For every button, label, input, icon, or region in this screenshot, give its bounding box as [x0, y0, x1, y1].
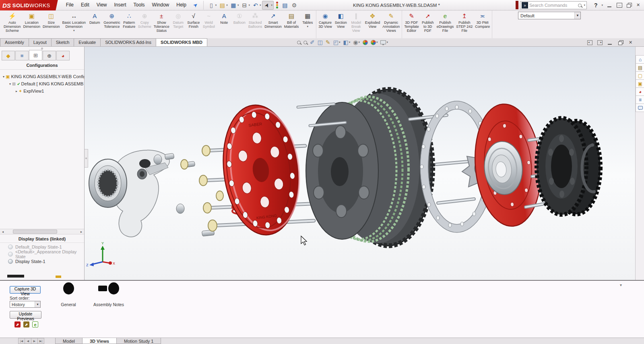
- close-button[interactable]: [636, 3, 642, 8]
- doc-close-button[interactable]: [628, 40, 634, 45]
- ribbon-3d-pmi-compare[interactable]: ≍3D PMI Compare: [474, 11, 491, 29]
- search-icon[interactable]: [578, 4, 582, 7]
- export-step-icon[interactable]: ⬈: [23, 321, 29, 327]
- menu-tools[interactable]: Tools: [130, 0, 149, 10]
- search-dropdown-icon[interactable]: ▾: [584, 4, 585, 7]
- red-sprocket-plate[interactable]: SABER KING KONG: [216, 101, 306, 239]
- display-manager-tab[interactable]: ◕: [56, 51, 70, 60]
- update-previews-button[interactable]: Update Previews: [10, 311, 41, 319]
- ribbon-auto-dimension-scheme[interactable]: ⚡Auto Dimension Scheme: [2, 11, 22, 33]
- ribbon-exploded-view[interactable]: ✥Exploded View: [364, 11, 382, 29]
- dropdown-icon[interactable]: ▾: [349, 41, 351, 44]
- dropdown-icon[interactable]: ▾: [358, 41, 360, 44]
- view-orientation-button[interactable]: ◰▾: [333, 39, 341, 46]
- menu-window[interactable]: Window: [149, 0, 173, 10]
- panel-collapse-tab[interactable]: [85, 149, 88, 168]
- open-file-button[interactable]: ▤▾: [218, 1, 229, 10]
- edit-appearance-button[interactable]: [363, 40, 368, 45]
- study-tab-3d-views[interactable]: 3D Views: [82, 338, 117, 344]
- property-manager-tab[interactable]: ≡: [15, 51, 29, 60]
- tab-sketch[interactable]: Sketch: [51, 38, 74, 46]
- ribbon-geometric-tolerance[interactable]: ⊕Geometric Tolerance: [102, 11, 122, 29]
- print-button[interactable]: ⊟▾: [240, 1, 251, 10]
- ribbon-smart-dimension[interactable]: ↗Smart Dimension: [263, 11, 283, 29]
- ribbon-show-tolerance-status[interactable]: ±Show Tolerance Status: [153, 11, 171, 33]
- ribbon-3d-pdf-template-editor[interactable]: ✎3D PDF Template Editor: [403, 11, 420, 33]
- chain-sprocket-part[interactable]: [537, 118, 601, 215]
- undo-button[interactable]: ↶▾: [251, 1, 262, 10]
- view-settings-button[interactable]: ▾: [380, 40, 388, 44]
- ribbon-pattern-feature[interactable]: ∴Pattern Feature: [122, 11, 137, 29]
- zoom-area-button[interactable]: [303, 41, 307, 44]
- export-edrawings-icon[interactable]: e: [32, 321, 38, 327]
- sort-dropdown-icon[interactable]: ▼: [35, 301, 40, 307]
- panel-collapse-chevron-icon[interactable]: ▾: [620, 283, 622, 287]
- help-button[interactable]: ?: [594, 2, 598, 8]
- expander-icon[interactable]: ▸: [14, 89, 19, 93]
- ribbon-basic-location-dimension[interactable]: ↔Basic Location Dimension▾: [61, 11, 87, 32]
- ribbon-location-dimension[interactable]: ▣Location Dimension: [22, 11, 42, 29]
- apply-scene-button[interactable]: ▾: [371, 40, 378, 45]
- tab-first-icon[interactable]: |◀: [18, 338, 25, 344]
- dropdown-icon[interactable]: ▾: [215, 4, 217, 7]
- ribbon-datum[interactable]: ADatum: [87, 11, 102, 25]
- menu-view[interactable]: View: [93, 0, 111, 10]
- dropdown-icon[interactable]: ▾: [237, 4, 239, 7]
- view-thumbnail-assembly-notes[interactable]: Assembly Notes: [87, 282, 131, 307]
- select-cursor-button[interactable]: ➤▾: [262, 1, 274, 10]
- annotation-views-button[interactable]: ✎: [326, 39, 330, 46]
- ribbon-capture-3d-view[interactable]: ◉Capture 3D View: [317, 11, 333, 29]
- panel-horizontal-scrollbar[interactable]: ◂ ▸: [0, 229, 84, 234]
- tree-item-king-kong-assembly-web-configura[interactable]: ▾▣KING KONG ASSEMBLY-WEB Configura: [0, 73, 84, 80]
- search-commands-box[interactable]: » Search Commands ▾: [520, 1, 587, 9]
- scrollbar-thumb[interactable]: [13, 230, 57, 234]
- tab-solidworks-add-ins[interactable]: SOLIDWORKS Add-Ins: [100, 38, 156, 46]
- doc-restore-button[interactable]: [618, 40, 623, 45]
- home-button[interactable]: ⌂: [636, 55, 644, 64]
- tab-prev-icon[interactable]: ◀: [25, 338, 31, 344]
- tab-next-icon[interactable]: ▶: [31, 338, 38, 344]
- stoplight-button[interactable]: [274, 1, 280, 10]
- feature-manager-tab[interactable]: ◆: [2, 51, 15, 60]
- configuration-manager-tab[interactable]: ⊞: [29, 50, 42, 60]
- dropdown-icon[interactable]: ▾: [260, 4, 261, 7]
- dropdown-icon[interactable]: ▾: [271, 4, 272, 7]
- expander-icon[interactable]: ▾: [8, 82, 12, 86]
- study-tab-motion-study-1[interactable]: Motion Study 1: [116, 338, 161, 344]
- scroll-left-icon[interactable]: ◂: [0, 229, 6, 234]
- ribbon-size-dimension[interactable]: ◫Size Dimension: [41, 11, 61, 29]
- panel-grab-handle[interactable]: [0, 47, 84, 50]
- menu-file[interactable]: File: [62, 0, 77, 10]
- menu-insert[interactable]: Insert: [111, 0, 130, 10]
- tree-item-explview1[interactable]: ▸✦ExplView1: [0, 87, 84, 95]
- pin-icon[interactable]: ➤: [192, 1, 199, 9]
- expander-icon[interactable]: ▾: [2, 75, 6, 79]
- custom-properties-button[interactable]: ≡: [636, 95, 644, 104]
- tab-assembly[interactable]: Assembly: [0, 38, 29, 46]
- tab-solidworks-mbd[interactable]: SOLIDWORKS MBD: [156, 38, 207, 46]
- ribbon-surface-finish[interactable]: √Surface Finish: [186, 11, 201, 29]
- display-style-button[interactable]: ◧▾: [343, 39, 350, 46]
- ribbon-note[interactable]: ANote: [217, 11, 232, 25]
- new-file-button[interactable]: ▯▾: [207, 1, 218, 10]
- appearances-button[interactable]: ◕: [636, 87, 644, 96]
- study-tab-model[interactable]: Model: [55, 338, 83, 344]
- scroll-right-icon[interactable]: ▸: [78, 229, 84, 234]
- stretch-button[interactable]: [617, 3, 622, 8]
- ribbon-tables[interactable]: ▦Tables▾: [300, 11, 315, 28]
- clutch-basket-part[interactable]: [306, 89, 433, 246]
- ribbon-section-view[interactable]: ◧Section View: [333, 11, 349, 29]
- tab-evaluate[interactable]: Evaluate: [74, 38, 101, 46]
- tab-layout[interactable]: Layout: [29, 38, 52, 46]
- zoom-fit-button[interactable]: [297, 41, 301, 44]
- menu-edit[interactable]: Edit: [77, 0, 93, 10]
- menu-help[interactable]: Help: [173, 0, 190, 10]
- view-thumbnail-general[interactable]: General: [46, 282, 91, 307]
- tree-item-default-king-kong-assemb[interactable]: ▾⊞✔Default [ KING KONG ASSEMB: [0, 80, 84, 87]
- dropdown-icon[interactable]: ▾: [226, 4, 228, 7]
- section-view-button[interactable]: ◫: [318, 39, 323, 46]
- ribbon-publish-step-242-file[interactable]: ↥Publish STEP 242 File: [455, 11, 474, 33]
- view-palette-button[interactable]: ▣: [636, 79, 644, 88]
- export-3d-pdf-icon[interactable]: ⬈: [14, 321, 21, 327]
- dropdown-icon[interactable]: ▾: [386, 41, 388, 44]
